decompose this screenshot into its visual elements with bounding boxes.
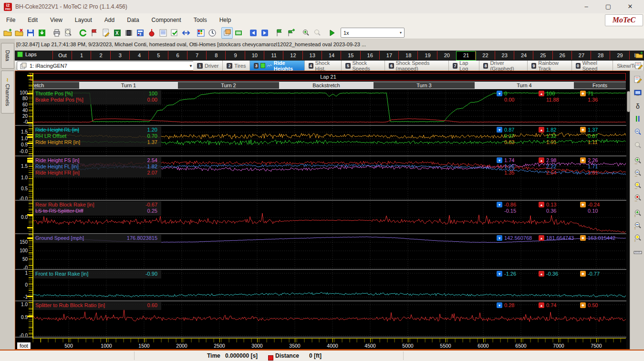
details-list-icon[interactable] <box>157 27 169 39</box>
channel-name[interactable]: Front to Rear Rake [in] <box>35 271 88 277</box>
chart-area[interactable]: Lap 21retchTurn 1Turn 2BackstretchTurn 3… <box>15 71 630 350</box>
channel-name[interactable]: Ride Height RR [in] <box>35 139 80 145</box>
channel-name[interactable]: Splitter to Rub Block Ratio [in] <box>35 302 105 308</box>
worksheet-tab-rainbow-track[interactable]: 9Rainbow Track <box>528 61 571 71</box>
menu-edit[interactable]: Edit <box>21 13 44 27</box>
save-icon[interactable] <box>25 27 36 39</box>
right-tool-zoom-undo-icon[interactable] <box>632 139 644 151</box>
lap-cell-13[interactable]: 13 <box>302 51 322 60</box>
edit-sheet-icon[interactable] <box>100 27 112 39</box>
lap-cell-23[interactable]: 23 <box>495 51 514 60</box>
channel-name[interactable]: RH LR Offset <box>35 133 66 139</box>
lap-cell-1[interactable]: 1 <box>72 51 91 60</box>
worksheet-tab-ride-heights[interactable]: 3Ride Heights <box>250 61 304 71</box>
import-icon[interactable] <box>36 27 48 39</box>
zoom-in-search-icon[interactable] <box>300 27 312 39</box>
menu-file[interactable]: File <box>0 13 21 27</box>
channel-name[interactable]: Ride Height RL [in] <box>35 127 79 133</box>
lap-cell-11[interactable]: 11 <box>264 51 283 60</box>
channel-name[interactable]: Ground Speed [mph] <box>35 235 84 241</box>
right-tool-zoom-selection-vertical-icon[interactable]: ↕ <box>632 232 644 244</box>
add-flag-icon[interactable] <box>274 27 285 39</box>
motec-sync-icon[interactable] <box>77 27 89 39</box>
lap-cell-4[interactable]: 4 <box>129 51 149 60</box>
video-capture-icon[interactable] <box>233 27 244 39</box>
video-film-icon[interactable] <box>123 27 135 39</box>
lap-cell-28[interactable]: 28 <box>591 51 610 60</box>
worksheet-tab-lap-log[interactable]: 7Lap Log <box>449 61 479 71</box>
worksheet-tab-shock-hist-[interactable]: 4Shock Hist. <box>305 61 342 71</box>
close-button[interactable]: ✕ <box>619 0 641 13</box>
right-tool-zoom-out-icon[interactable] <box>632 126 644 138</box>
lap-cell-12[interactable]: 12 <box>283 51 302 60</box>
lap-cell-18[interactable]: 18 <box>398 51 418 60</box>
maths-calc-icon[interactable] <box>135 27 146 39</box>
worksheet-tab-shock-speeds-mapped-[interactable]: 6Shock Speeds (mapped) <box>385 61 449 71</box>
lap-cell-27[interactable]: 27 <box>571 51 591 60</box>
prev-lap-icon[interactable] <box>248 27 259 39</box>
colour-grid-icon[interactable] <box>195 27 207 39</box>
export-excel-icon[interactable]: X <box>112 27 123 39</box>
add-flag-plus-icon[interactable] <box>285 27 297 39</box>
worksheet-tab-driver-graphed-[interactable]: 8Driver (Graphed) <box>479 61 528 71</box>
lap-cell-10[interactable]: 10 <box>245 51 264 60</box>
menu-layout[interactable]: Layout <box>69 13 98 27</box>
right-tool-zoom-selection-horizontal-icon[interactable]: ↔ <box>632 179 644 191</box>
channel-name[interactable]: Throttle Pos [%] <box>35 91 73 96</box>
new-file-icon[interactable] <box>2 27 13 39</box>
lap-cell-Out[interactable]: Out <box>52 51 72 60</box>
worksheet-tab-wheel-speed[interactable]: 0Wheel Speed <box>572 61 613 71</box>
channel-name[interactable]: Ride Height FR [in] <box>35 170 80 175</box>
lap-cell-2[interactable]: 2 <box>91 51 110 60</box>
workbook-selector[interactable]: 1: iRacingGEN7▼ <box>17 61 196 71</box>
alarms-icon[interactable] <box>146 27 157 39</box>
right-tool-cursor-bars-icon[interactable] <box>632 113 644 124</box>
worksheet-tab-tires[interactable]: 2Tires <box>223 61 250 71</box>
channel-name[interactable]: Ride Height FL [in] <box>35 164 79 169</box>
menu-component[interactable]: Component <box>145 13 187 27</box>
channel-name[interactable]: Ride Height FS [in] <box>35 157 79 163</box>
worksheet-tab-driver[interactable]: 1Driver <box>193 61 223 71</box>
right-tool-zoom-out-horizontal-icon[interactable]: ↔ <box>632 167 644 179</box>
play-icon[interactable] <box>326 27 338 39</box>
menu-view[interactable]: View <box>44 13 69 27</box>
time-clock-icon[interactable] <box>207 27 218 39</box>
lap-cell-24[interactable]: 24 <box>514 51 533 60</box>
flags-icon[interactable] <box>89 27 100 39</box>
right-tool-ruler-icon[interactable] <box>632 246 644 258</box>
lap-cell-16[interactable]: 16 <box>360 51 380 60</box>
lap-cell-7[interactable]: 7 <box>187 51 207 60</box>
lap-cell-9[interactable]: 9 <box>225 51 245 60</box>
minimize-button[interactable]: – <box>575 0 597 13</box>
sidebar-tab-channels[interactable]: ∼Channels <box>1 71 14 113</box>
lap-gap-icon[interactable] <box>635 52 644 60</box>
lap-cell-14[interactable]: 14 <box>322 51 341 60</box>
lap-cell-19[interactable]: 19 <box>417 51 437 60</box>
channel-name[interactable]: LS to RS Splitter Diff <box>35 208 83 214</box>
worksheet-edit-icon[interactable] <box>634 62 643 70</box>
sidebar-tab-data[interactable]: Data <box>1 43 14 69</box>
lap-cell-29[interactable]: 29 <box>610 51 629 60</box>
lap-cell-26[interactable]: 26 <box>552 51 572 60</box>
worksheet-tab-shock-speeds[interactable]: 5Shock Speeds <box>342 61 385 71</box>
lap-cell-17[interactable]: 17 <box>379 51 399 60</box>
zoom-search-disabled-icon[interactable] <box>312 27 323 39</box>
menu-tools[interactable]: Tools <box>187 13 213 27</box>
right-tool-zoom-full-horizontal-icon[interactable]: ↔ <box>632 192 644 204</box>
right-tool-delta-icon[interactable]: δ <box>632 100 644 112</box>
right-tool-display-icon[interactable] <box>632 87 644 99</box>
right-tool-note-edit-icon[interactable] <box>632 73 644 85</box>
right-tool-zoom-out-vertical-icon[interactable]: ↕ <box>632 219 644 231</box>
compare-arrows-icon[interactable] <box>180 27 192 39</box>
lap-cell-25[interactable]: 25 <box>533 51 552 60</box>
task-check-icon[interactable] <box>169 27 180 39</box>
channel-name[interactable]: Brake Pedal Pos [%] <box>35 97 83 103</box>
lap-cell-21[interactable]: 21 <box>456 51 476 61</box>
lap-cell-22[interactable]: 22 <box>475 51 495 60</box>
right-tool-zoom-in-horizontal-icon[interactable]: ↔ <box>632 155 644 166</box>
right-tool-zoom-in-vertical-icon[interactable]: ↕ <box>632 207 644 219</box>
distance-cursor-ruler[interactable] <box>29 73 33 338</box>
channel-name[interactable]: Rear Rub Block Rake [in] <box>35 202 94 207</box>
open-delete-icon[interactable] <box>13 27 25 39</box>
lap-cell-15[interactable]: 15 <box>341 51 360 60</box>
